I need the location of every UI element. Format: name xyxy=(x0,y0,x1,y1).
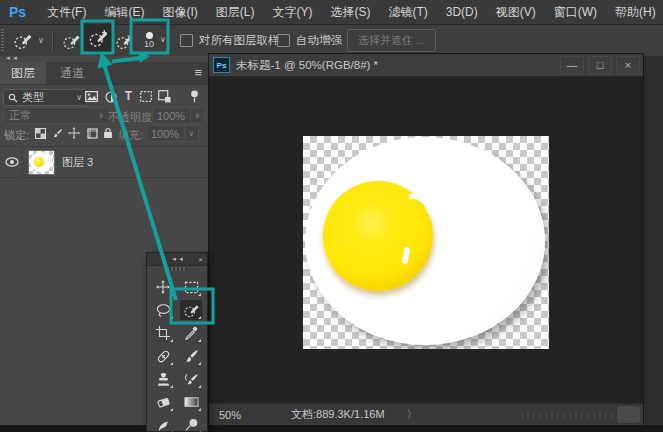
eyedropper-tool-button[interactable] xyxy=(180,323,202,343)
status-chevron-icon[interactable]: 〉 xyxy=(407,407,418,422)
image-icon xyxy=(85,91,98,102)
filter-type-dropdown[interactable]: 类型 ∨ xyxy=(3,89,87,106)
filter-type-layers-button[interactable]: T xyxy=(122,89,135,103)
yolk-highlight-small xyxy=(401,247,410,265)
select-and-mask-button[interactable]: 选择并遮住 ... xyxy=(347,29,436,52)
divider xyxy=(22,147,23,177)
menu-item-filter[interactable]: 滤镜(T) xyxy=(379,0,436,24)
smart-object-icon xyxy=(158,90,171,103)
maximize-button[interactable]: □ xyxy=(588,56,612,74)
egg-yolk-thumb xyxy=(34,157,44,167)
layer-row[interactable]: 图层 3 xyxy=(0,146,210,178)
eyedropper-icon xyxy=(184,326,198,340)
add-to-selection-button[interactable] xyxy=(84,24,112,53)
lock-icon xyxy=(103,127,113,139)
opacity-value: 100% xyxy=(157,110,185,122)
quick-selection-tool-button[interactable] xyxy=(180,300,202,320)
auto-enhance-checkbox[interactable]: 自动增强 xyxy=(277,33,342,48)
filter-shape-layers-button[interactable] xyxy=(139,90,153,103)
menu-item-layer[interactable]: 图层(L) xyxy=(207,0,264,24)
layer-name[interactable]: 图层 3 xyxy=(62,155,93,170)
dodge-tool-button[interactable] xyxy=(180,415,202,432)
menu-item-view[interactable]: 视图(V) xyxy=(487,0,545,24)
zoom-level-field[interactable]: 50% xyxy=(219,409,241,421)
brush-size-dropdown[interactable]: 10 xyxy=(138,27,160,53)
menu-item-image[interactable]: 图像(I) xyxy=(153,0,206,24)
status-bar: 50% 文档:889.3K/1.16M 〉 xyxy=(209,403,643,425)
brush-small-icon xyxy=(52,128,63,139)
options-bar-grip[interactable] xyxy=(1,29,4,53)
canvas[interactable] xyxy=(303,136,549,349)
layer-thumbnail[interactable] xyxy=(28,150,55,175)
lock-pixels-button[interactable] xyxy=(51,127,64,140)
menu-item-file[interactable]: 文件(F) xyxy=(38,0,95,24)
photoshop-window: Ps 文件(F) 编辑(E) 图像(I) 图层(L) 文字(Y) 选择(S) 滤… xyxy=(0,0,663,432)
blend-mode-select[interactable]: 正常 ∨ xyxy=(3,107,110,124)
filter-switch-pin-icon[interactable] xyxy=(188,89,200,103)
move-small-icon xyxy=(68,127,80,139)
opacity-dropdown-button[interactable]: ∨ xyxy=(190,107,205,124)
bandaid-icon xyxy=(156,349,171,364)
fill-dropdown-button[interactable]: ∨ xyxy=(184,125,199,142)
smudge-tool-button[interactable] xyxy=(152,415,174,432)
filter-adjustment-layers-button[interactable] xyxy=(104,90,118,103)
sample-all-layers-checkbox[interactable]: 对所有图层取样 xyxy=(180,33,280,48)
chevron-down-icon: ∨ xyxy=(38,37,44,45)
tools-panel-grip[interactable] xyxy=(167,267,187,271)
history-brush-icon xyxy=(184,372,199,387)
gradient-icon xyxy=(184,396,199,408)
menu-item-type[interactable]: 文字(Y) xyxy=(263,0,321,24)
tools-close-icon[interactable]: × xyxy=(198,255,203,264)
new-selection-button[interactable] xyxy=(60,29,82,53)
lock-label: 锁定: xyxy=(4,128,29,143)
chevron-down-icon: ∨ xyxy=(195,112,201,120)
crop-tool-button[interactable] xyxy=(152,323,174,343)
eraser-tool-button[interactable] xyxy=(152,392,174,412)
document-ps-icon: Ps xyxy=(213,57,230,73)
menu-item-window[interactable]: 窗口(W) xyxy=(545,0,606,24)
history-brush-tool-button[interactable] xyxy=(180,369,202,389)
menu-item-select[interactable]: 选择(S) xyxy=(321,0,379,24)
lock-artboard-button[interactable] xyxy=(85,127,99,140)
resize-grip[interactable] xyxy=(617,406,640,423)
spot-healing-brush-tool-button[interactable] xyxy=(152,346,174,366)
crop-icon xyxy=(156,326,170,340)
tab-channels[interactable]: 通道 xyxy=(49,62,95,84)
subtract-from-selection-icon xyxy=(115,33,134,50)
tools-collapse-icon[interactable]: ◄◄ xyxy=(171,256,185,262)
fill-label: 填充: xyxy=(118,128,143,143)
lasso-tool-button[interactable] xyxy=(152,300,174,320)
panel-menu-icon[interactable]: ≡ xyxy=(194,65,202,80)
lock-all-button[interactable] xyxy=(102,126,114,140)
auto-enhance-label: 自动增强 xyxy=(296,33,342,48)
add-to-selection-icon xyxy=(88,29,109,48)
eraser-icon xyxy=(156,396,171,409)
layer-visibility-toggle[interactable] xyxy=(4,156,20,168)
adjustment-icon xyxy=(105,91,117,103)
move-tool-button[interactable] xyxy=(152,277,174,297)
menu-item-help[interactable]: 帮助(H) xyxy=(606,0,663,24)
chevron-down-icon: ∨ xyxy=(76,94,82,102)
shape-icon xyxy=(140,91,152,102)
gradient-tool-button[interactable] xyxy=(180,392,202,412)
clone-stamp-tool-button[interactable] xyxy=(152,369,174,389)
menu-item-3d[interactable]: 3D(D) xyxy=(437,0,487,24)
filter-pixel-layers-button[interactable] xyxy=(84,90,99,103)
lock-transparency-button[interactable] xyxy=(33,127,47,140)
subtract-from-selection-button[interactable] xyxy=(113,29,135,53)
tab-layers[interactable]: 图层 xyxy=(0,62,46,84)
checkerboard-icon xyxy=(35,128,46,139)
tool-preset-button[interactable] xyxy=(10,29,36,53)
new-selection-icon xyxy=(62,33,81,50)
document-title-bar[interactable]: Ps 未标题-1 @ 50%(RGB/8#) * — □ × xyxy=(209,54,643,77)
brush-tool-button[interactable] xyxy=(180,346,202,366)
rectangular-marquee-tool-button[interactable] xyxy=(180,277,202,297)
menu-item-edit[interactable]: 编辑(E) xyxy=(95,0,153,24)
filter-smart-objects-button[interactable] xyxy=(157,89,172,103)
panel-collapse-icon[interactable]: ◄◄ xyxy=(5,55,19,61)
tools-panel-header[interactable]: ◄◄ × xyxy=(147,253,207,266)
lock-position-button[interactable] xyxy=(67,126,81,140)
minimize-button[interactable]: — xyxy=(560,56,584,74)
close-button[interactable]: × xyxy=(616,56,640,74)
scrollbar-texture xyxy=(521,412,616,419)
